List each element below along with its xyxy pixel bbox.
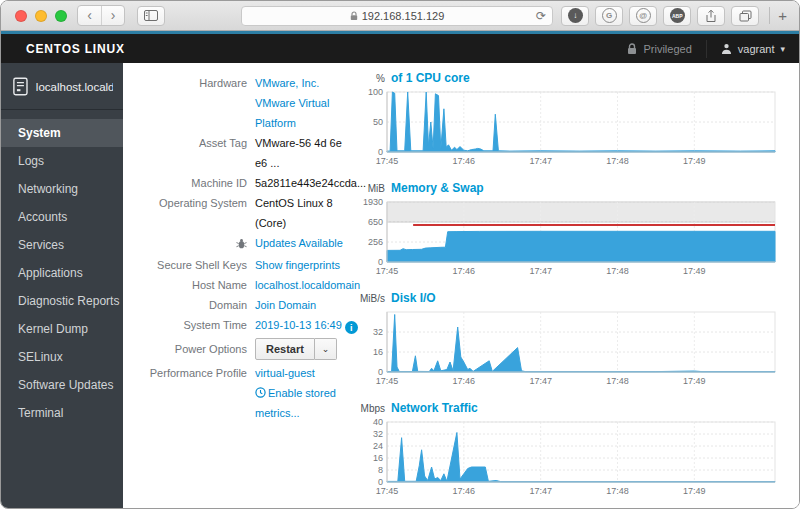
history-clock-icon (255, 387, 266, 398)
sidebar-toggle-button[interactable] (137, 6, 165, 26)
svg-text:17:49: 17:49 (683, 486, 706, 496)
system-time-row: System Time 2019-10-13 16:49i (143, 315, 355, 335)
sidebar-item-applications[interactable]: Applications (1, 259, 123, 287)
disk-chart-title-link[interactable]: Disk I/O (391, 291, 436, 305)
user-menu[interactable]: vagrant ▾ (721, 43, 785, 55)
svg-text:17:45: 17:45 (376, 376, 399, 386)
sidebar-item-system[interactable]: System (1, 119, 123, 147)
svg-text:8: 8 (378, 465, 383, 475)
sidebar-toggle-icon (144, 10, 158, 21)
sidebar-item-logs[interactable]: Logs (1, 147, 123, 175)
svg-text:17:45: 17:45 (376, 486, 399, 496)
sidebar-nav: System Logs Networking Accounts Services… (1, 119, 123, 427)
svg-text:1930: 1930 (363, 199, 383, 207)
toolbar-extensions: ↓ G @ ABP + (561, 6, 791, 26)
disk-chart: MiB/s Disk I/O 0163217:4517:4617:4717:48… (355, 291, 799, 387)
download-icon: ↓ (568, 8, 583, 23)
svg-text:17:47: 17:47 (529, 266, 552, 276)
memory-swap-graph[interactable]: 0256650193017:4517:4617:4717:4817:49 (355, 199, 779, 277)
zoom-window-button[interactable] (55, 10, 67, 22)
svg-text:17:48: 17:48 (606, 266, 629, 276)
user-icon (721, 43, 732, 54)
ssh-keys-row: Secure Shell Keys Show fingerprints (143, 255, 355, 275)
hardware-link[interactable]: VMware, Inc. VMware Virtual Platform (255, 77, 329, 129)
performance-profile-link[interactable]: virtual-guest (255, 367, 315, 379)
svg-text:17:47: 17:47 (529, 376, 552, 386)
sidebar-item-selinux[interactable]: SELinux (1, 343, 123, 371)
sidebar-item-terminal[interactable]: Terminal (1, 399, 123, 427)
svg-text:17:48: 17:48 (606, 376, 629, 386)
adblock-button[interactable]: ABP (663, 6, 691, 26)
sidebar-item-software-updates[interactable]: Software Updates (1, 371, 123, 399)
downloads-button[interactable]: ↓ (561, 6, 589, 26)
power-options-label: Power Options (143, 339, 247, 359)
sidebar-item-networking[interactable]: Networking (1, 175, 123, 203)
os-value: CentOS Linux 8 (Core) (255, 193, 355, 233)
join-domain-link[interactable]: Join Domain (255, 299, 316, 311)
brand-title: CENTOS LINUX (1, 42, 125, 56)
tls-lock-icon (350, 11, 358, 21)
sidebar-item-diagnostic-reports[interactable]: Diagnostic Reports (1, 287, 123, 315)
host-selector[interactable]: localhost.locald... (1, 63, 123, 110)
svg-text:40: 40 (373, 419, 383, 427)
svg-text:16: 16 (373, 453, 383, 463)
back-button[interactable]: ‹ (78, 6, 101, 25)
network-traffic-graph[interactable]: 081624324017:4517:4617:4717:4817:49 (355, 419, 779, 497)
browser-window: ‹ › 192.168.151.129 ⟳ ↓ G @ ABP + CENTOS (0, 0, 800, 509)
svg-text:17:45: 17:45 (376, 266, 399, 276)
address-bar[interactable]: 192.168.151.129 ⟳ (241, 6, 553, 26)
reload-button[interactable]: ⟳ (536, 9, 546, 23)
system-time-link[interactable]: 2019-10-13 16:49 (255, 319, 342, 331)
sidebar-item-accounts[interactable]: Accounts (1, 203, 123, 231)
svg-text:32: 32 (373, 327, 383, 337)
host-name-label: localhost.locald... (36, 81, 113, 93)
hardware-row: Hardware VMware, Inc. VMware Virtual Pla… (143, 73, 355, 133)
sidebar-item-kernel-dump[interactable]: Kernel Dump (1, 315, 123, 343)
adblock-icon: ABP (670, 8, 685, 23)
share-button[interactable] (697, 6, 725, 26)
os-row: Operating System CentOS Linux 8 (Core) (143, 193, 355, 233)
svg-text:50: 50 (373, 117, 383, 127)
enable-stored-metrics-link[interactable]: Enable stored metrics... (255, 387, 336, 419)
svg-text:17:46: 17:46 (453, 376, 476, 386)
svg-text:24: 24 (373, 441, 383, 451)
memory-chart: MiB Memory & Swap 0256650193017:4517:461… (355, 181, 799, 277)
disk-io-graph[interactable]: 0163217:4517:4617:4717:4817:49 (355, 309, 779, 387)
new-tab-button[interactable]: + (769, 7, 791, 24)
window-controls (15, 10, 67, 22)
close-window-button[interactable] (15, 10, 27, 22)
asset-tag-row: Asset Tag VMware-56 4d 6e e6 ... (143, 133, 355, 173)
power-options-dropdown[interactable]: ⌄ (315, 338, 337, 360)
share-icon (705, 9, 717, 23)
bug-icon (236, 238, 247, 249)
hostname-row: Host Name localhost.localdomain (143, 275, 355, 295)
system-page: Hardware VMware, Inc. VMware Virtual Pla… (123, 63, 799, 509)
privileged-indicator[interactable]: Privileged (627, 43, 691, 55)
extension-g-button[interactable]: G (595, 6, 623, 26)
forward-button[interactable]: › (101, 6, 124, 25)
svg-text:17:47: 17:47 (529, 156, 552, 166)
g-extension-icon: G (602, 8, 617, 23)
restart-button[interactable]: Restart (255, 338, 315, 360)
domain-row: Domain Join Domain (143, 295, 355, 315)
updates-row: Updates Available (143, 233, 355, 255)
svg-text:17:46: 17:46 (453, 486, 476, 496)
machine-id-row: Machine ID 5a2811e443e24ccda... (143, 173, 355, 193)
minimize-window-button[interactable] (35, 10, 47, 22)
sidebar-item-services[interactable]: Services (1, 231, 123, 259)
network-chart-title-link[interactable]: Network Traffic (391, 401, 478, 415)
performance-profile-label: Performance Profile (143, 363, 247, 383)
cpu-chart-title-link[interactable]: of 1 CPU core (391, 71, 470, 85)
show-tabs-button[interactable] (731, 6, 759, 26)
svg-text:17:45: 17:45 (376, 156, 399, 166)
memory-chart-title-link[interactable]: Memory & Swap (391, 181, 484, 195)
extension-at-button[interactable]: @ (629, 6, 657, 26)
cpu-usage-graph[interactable]: 05010017:4517:4617:4717:4817:49 (355, 89, 779, 167)
svg-text:17:46: 17:46 (453, 156, 476, 166)
updates-available-link[interactable]: Updates Available (255, 237, 343, 249)
stored-metrics-row: Enable stored metrics... (143, 383, 355, 423)
show-fingerprints-link[interactable]: Show fingerprints (255, 259, 340, 271)
svg-text:17:46: 17:46 (453, 266, 476, 276)
hostname-link[interactable]: localhost.localdomain (255, 279, 360, 291)
privileged-lock-icon (627, 43, 637, 55)
